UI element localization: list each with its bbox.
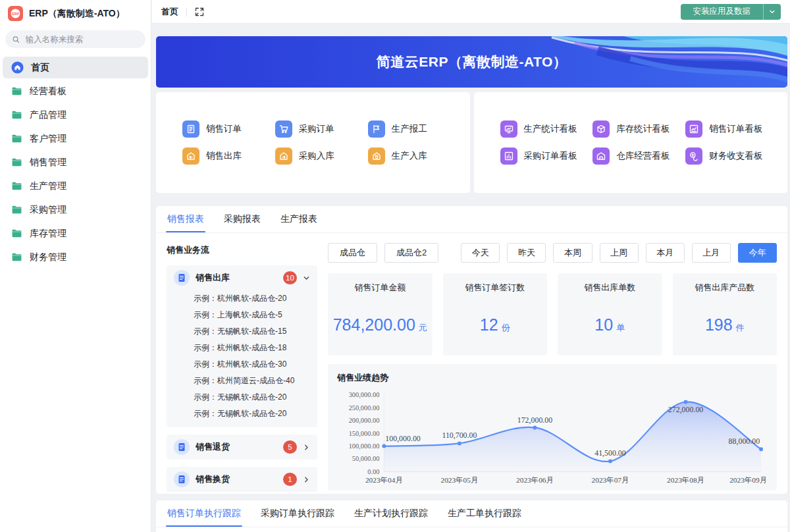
data-point[interactable] (608, 459, 612, 463)
main-content: 简道云ERP（离散制造-ATO） 销售订单采购订单生产报工销售出库采购入库生产入… (152, 24, 790, 532)
folder-icon (11, 86, 22, 97)
stat-label: 销售出库单数 (558, 282, 662, 294)
folder-icon (11, 109, 22, 120)
quick-link-label: 销售出库 (206, 150, 242, 162)
flow-list-item[interactable]: 示例：无锡帆软-成品仓-20 (167, 389, 317, 406)
flow-group-header[interactable]: 销售退货5 (167, 435, 317, 460)
folder-icon (11, 180, 22, 192)
quick-link-cart[interactable]: 采购订单 (275, 120, 368, 138)
install-app-button[interactable]: 安装应用及数据 (681, 4, 781, 20)
install-button-label: 安装应用及数据 (681, 4, 764, 20)
quick-link-doc[interactable]: 销售订单 (182, 120, 275, 138)
sidebar-item-5[interactable]: 采购管理 (3, 199, 148, 221)
tab-report-2[interactable]: 生产报表 (280, 206, 317, 232)
sidebar-search[interactable] (5, 30, 145, 48)
y-tick-label: 50,000.00 (352, 455, 380, 462)
box-icon (592, 120, 610, 138)
search-icon (12, 35, 20, 44)
flow-list-item[interactable]: 示例：上海帆软-成品仓-5 (167, 307, 317, 323)
chevron-right-icon (303, 476, 310, 483)
flow-list-item[interactable]: 示例：杭州简道云-成品仓-40 (167, 373, 317, 389)
period-filter-3[interactable]: 上周 (600, 243, 639, 263)
sidebar-item-label: 经营看板 (30, 86, 66, 97)
quick-link-monitor[interactable]: 生产统计看板 (500, 120, 593, 138)
flow-group-chevron[interactable] (303, 275, 310, 282)
expand-icon[interactable] (195, 7, 204, 16)
app-logo-row: ERP ERP（离散制造-ATO） (0, 0, 151, 26)
tab-tracking-3[interactable]: 生产工单执行跟踪 (448, 500, 521, 527)
install-dropdown-caret[interactable] (763, 4, 781, 20)
sidebar-item-1[interactable]: 产品管理 (3, 104, 148, 126)
warehouse-filter-0[interactable]: 成品仓 (328, 243, 377, 263)
stat-value-row: 10单 (558, 315, 662, 334)
flow-group-0: 销售出库10示例：杭州帆软-成品仓-20示例：上海帆软-成品仓-5示例：无锡帆软… (167, 265, 317, 427)
sidebar-item-home[interactable]: 首页 (3, 57, 148, 78)
quick-link-coins[interactable]: 财务收支看板 (685, 147, 778, 165)
data-point[interactable] (759, 447, 763, 451)
tracking-panel: 销售订单执行跟踪采购订单执行跟踪生产计划执行跟踪生产工单执行跟踪 (156, 500, 787, 532)
data-point[interactable] (533, 425, 537, 429)
quick-link-line-chart[interactable]: 销售订单看板 (685, 120, 778, 138)
quick-link-box[interactable]: 库存统计看板 (592, 120, 685, 138)
period-filter-0[interactable]: 今天 (461, 243, 500, 263)
chevron-down-icon (303, 275, 310, 282)
flow-list-item[interactable]: 示例：杭州帆软-成品仓-30 (167, 356, 317, 373)
area-fill (384, 402, 761, 471)
sidebar-item-4[interactable]: 生产管理 (3, 175, 148, 197)
tab-report-0[interactable]: 销售报表 (167, 206, 204, 232)
flow-group-chevron[interactable] (303, 476, 310, 483)
quick-link-production-in[interactable]: 生产入库 (368, 147, 461, 165)
app-title: ERP（离散制造-ATO） (29, 8, 125, 20)
tab-report-1[interactable]: 采购报表 (224, 206, 261, 232)
sidebar-item-2[interactable]: 客户管理 (3, 128, 148, 149)
document-icon (174, 471, 190, 487)
quick-link-outbound[interactable]: 销售出库 (182, 147, 275, 165)
flow-group-header[interactable]: 销售换货1 (167, 467, 317, 492)
topbar-tab-home[interactable]: 首页 (161, 6, 178, 18)
data-point[interactable] (458, 441, 461, 445)
x-tick-label: 2023年04月 (365, 476, 403, 484)
count-badge: 5 (283, 440, 297, 454)
quick-link-bar-chart[interactable]: 采购订单看板 (500, 147, 593, 165)
quick-link-label: 生产统计看板 (524, 123, 577, 135)
period-filter-6[interactable]: 今年 (738, 243, 777, 263)
warehouse-filter-1[interactable]: 成品仓2 (384, 243, 438, 263)
sidebar-item-6[interactable]: 库存管理 (3, 223, 148, 244)
flow-group-header[interactable]: 销售出库10 (167, 265, 317, 290)
flow-list-item[interactable]: 示例：杭州帆软-成品仓-18 (167, 340, 317, 356)
sidebar-item-3[interactable]: 销售管理 (3, 151, 148, 173)
search-input[interactable] (24, 34, 139, 45)
data-point-label: 272,000.00 (668, 405, 704, 414)
data-point-label: 88,000.00 (729, 437, 760, 446)
stat-card-3: 销售出库产品数198件 (673, 273, 777, 356)
flow-list-item[interactable]: 示例：杭州帆软-成品仓-20 (167, 290, 317, 307)
tab-tracking-0[interactable]: 销售订单执行跟踪 (167, 500, 241, 527)
tab-tracking-1[interactable]: 采购订单执行跟踪 (261, 500, 334, 527)
stat-label: 销售订单签订数 (443, 282, 548, 294)
quick-link-flag[interactable]: 生产报工 (368, 120, 461, 138)
period-filter-5[interactable]: 上月 (692, 243, 731, 263)
data-point[interactable] (382, 444, 386, 448)
quick-link-warehouse[interactable]: 仓库经营看板 (592, 147, 685, 165)
y-tick-label: 300,000.00 (349, 391, 380, 398)
data-point-label: 41,500.00 (594, 448, 626, 458)
flow-group-chevron[interactable] (303, 444, 310, 451)
stat-unit: 元 (419, 323, 427, 332)
period-filter-4[interactable]: 本月 (646, 243, 685, 263)
period-filter-2[interactable]: 本周 (553, 243, 592, 263)
quick-link-label: 生产入库 (392, 150, 427, 162)
quick-link-inbound[interactable]: 采购入库 (275, 147, 368, 165)
flow-title: 销售业务流 (167, 244, 317, 256)
stat-value: 198 (705, 315, 733, 334)
tab-tracking-2[interactable]: 生产计划执行跟踪 (354, 500, 428, 527)
sidebar: ERP ERP（离散制造-ATO） 首页 经营看板产品管理客户管理销售管理生产管… (0, 0, 151, 532)
flow-list-item[interactable]: 示例：无锡帆软-成品仓-20 (167, 406, 317, 422)
stat-value: 784,200.00 (333, 315, 415, 334)
data-point[interactable] (684, 400, 688, 404)
stat-value-row: 784,200.00元 (328, 315, 433, 334)
quick-link-cards: 销售订单采购订单生产报工销售出库采购入库生产入库 生产统计看板库存统计看板销售订… (156, 92, 787, 193)
flow-list-item[interactable]: 示例：无锡帆软-成品仓-15 (167, 323, 317, 340)
period-filter-1[interactable]: 昨天 (507, 243, 546, 263)
sidebar-item-0[interactable]: 经营看板 (3, 80, 148, 102)
sidebar-item-7[interactable]: 财务管理 (3, 246, 148, 268)
